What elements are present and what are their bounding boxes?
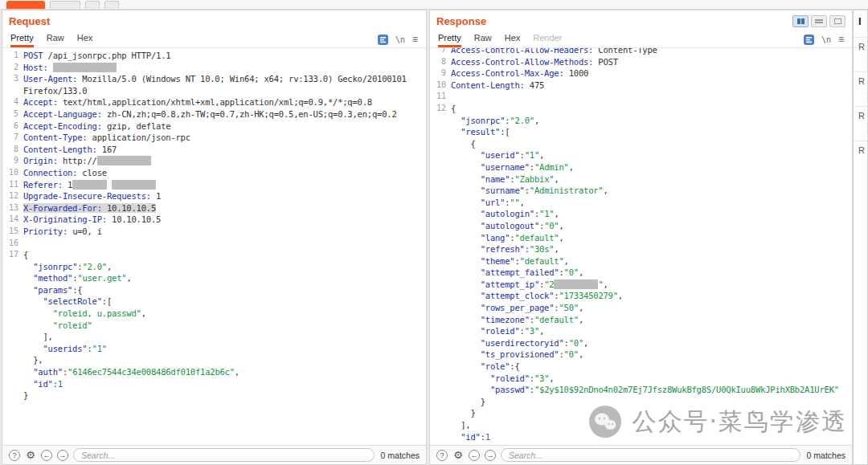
app-tab-active[interactable] (6, 1, 45, 9)
editor-menu-icon[interactable]: ≡ (412, 34, 418, 45)
code-line[interactable]: 3User-Agent: Mozilla/5.0 (Windows NT 10.… (2, 73, 426, 96)
code-line[interactable]: 12Upgrade-Insecure-Requests: 1 (2, 190, 426, 202)
code-line[interactable]: 9Access-Control-Max-Age: 1000 (430, 67, 852, 80)
code-line[interactable]: 17{ (2, 249, 426, 261)
code-line[interactable]: "roleid":"3", (430, 325, 852, 337)
code-line[interactable]: } (430, 396, 852, 408)
code-line[interactable]: 10Content-Length: 475 (430, 80, 852, 92)
response-search-input[interactable] (501, 448, 800, 462)
code-line[interactable]: }, (2, 354, 426, 366)
editor-menu-icon[interactable]: ≡ (838, 34, 844, 45)
response-editor[interactable]: 7Access-Control-Allow-Headers: Content-T… (430, 48, 852, 445)
code-line[interactable]: "surname":"Administrator", (430, 185, 852, 197)
code-line[interactable]: "selectRole":[ (2, 296, 426, 308)
previous-match-button[interactable]: ← (469, 450, 480, 461)
next-match-button[interactable]: → (485, 450, 496, 461)
code-line[interactable]: } (430, 407, 852, 419)
help-icon[interactable]: ? (9, 450, 20, 461)
code-line[interactable]: "autologin":"1", (430, 208, 852, 220)
code-line[interactable]: 8Content-Length: 167 (2, 144, 426, 156)
code-line[interactable]: 14X-Originating-IP: 10.10.10.5 (2, 214, 426, 226)
tab-pretty[interactable]: Pretty (10, 33, 34, 47)
syntax-highlight-icon[interactable] (804, 35, 814, 45)
code-line[interactable]: 6Accept-Encoding: gzip, deflate (2, 120, 426, 133)
inspector-section[interactable]: R (854, 37, 867, 71)
code-line[interactable]: ], (2, 331, 426, 343)
code-line[interactable]: "autologout":"0", (430, 220, 852, 232)
code-line[interactable]: "roleid" (2, 320, 426, 332)
code-line[interactable]: "rows_per_page":"50", (430, 302, 852, 314)
code-line[interactable]: "theme":"default", (430, 255, 852, 267)
code-line[interactable]: "jsonrpc":"2.0", (430, 115, 852, 127)
code-line[interactable]: "roleid":"3", (430, 373, 852, 385)
code-line[interactable]: 13X-Forwarded-For: 10.10.10.5 (2, 202, 426, 214)
syntax-highlight-icon[interactable] (378, 35, 388, 45)
request-editor[interactable]: 1POST /api_jsonrpc.php HTTP/1.12Host: 3U… (2, 48, 426, 445)
code-line[interactable]: "attempt_failed":"0", (430, 267, 852, 279)
code-line[interactable]: { (430, 138, 852, 150)
code-line[interactable]: "userdirectoryid":"0", (430, 337, 852, 349)
code-line[interactable]: 9Origin: http:// (2, 155, 426, 167)
code-line[interactable]: "roleid, u.passwd", (2, 308, 426, 320)
code-line[interactable]: 1POST /api_jsonrpc.php HTTP/1.1 (2, 50, 426, 62)
code-line[interactable]: "passwd":"$2y$10$92nDno4n02m7Ej7Jfsz8Wuk… (430, 384, 852, 396)
code-line[interactable]: 2Host: (2, 62, 426, 74)
code-line[interactable]: "userids":"1" (2, 343, 426, 355)
code-line[interactable]: } (430, 443, 852, 445)
code-line[interactable]: 15Priority: u=0, i (2, 226, 426, 238)
settings-gear-icon[interactable]: ⚙ (452, 450, 464, 461)
code-line[interactable]: 7Content-Type: application/json-rpc (2, 132, 426, 144)
tab-raw[interactable]: Raw (474, 33, 492, 47)
settings-gear-icon[interactable]: ⚙ (25, 450, 36, 461)
tab-hex[interactable]: Hex (77, 33, 93, 47)
code-line[interactable]: "method":"user.get", (2, 272, 426, 284)
code-line[interactable]: ], (430, 419, 852, 431)
code-line[interactable]: "timezone":"default", (430, 314, 852, 326)
code-line[interactable]: } (2, 390, 426, 402)
previous-match-button[interactable]: ← (41, 450, 52, 461)
request-search-input[interactable] (73, 448, 375, 462)
code-line[interactable]: "id":1 (430, 431, 852, 443)
code-line[interactable]: "name":"Zabbix", (430, 173, 852, 186)
code-line[interactable]: "role":{ (430, 361, 852, 373)
code-line[interactable]: "id":1 (2, 378, 426, 390)
code-line[interactable]: "ts_provisioned":"0", (430, 349, 852, 361)
code-line[interactable]: 16 (2, 238, 426, 250)
help-icon[interactable]: ? (436, 450, 448, 461)
app-tab[interactable] (104, 1, 119, 9)
inspector-section[interactable]: R (854, 71, 867, 106)
code-line[interactable]: 8Access-Control-Allow-Methods: POST (430, 56, 852, 68)
code-line[interactable]: "attempt_ip":"2 ", (430, 279, 852, 291)
show-newlines-icon[interactable]: \n (395, 35, 405, 44)
code-line[interactable]: 4Accept: text/html,application/xhtml+xml… (2, 96, 426, 108)
code-line[interactable]: "params":{ (2, 284, 426, 296)
inspector-section[interactable]: R (854, 106, 867, 141)
app-tab[interactable] (50, 1, 80, 9)
code-line[interactable]: "jsonrpc":"2.0", (2, 261, 426, 273)
code-line[interactable]: "refresh":"30s", (430, 243, 852, 255)
tab-render[interactable]: Render (533, 33, 562, 47)
code-line[interactable]: "url":"", (430, 197, 852, 209)
code-line[interactable]: 11Referer: 1 (2, 179, 426, 191)
tab-pretty[interactable]: Pretty (438, 33, 461, 47)
code-line[interactable]: 5Accept-Language: zh-CN,zh;q=0.8,zh-TW;q… (2, 108, 426, 120)
code-line[interactable]: "attempt_clock":"1733450279", (430, 290, 852, 302)
code-line[interactable]: "result":[ (430, 126, 852, 138)
code-line[interactable]: "userid":"1", (430, 149, 852, 161)
tab-raw[interactable]: Raw (47, 33, 64, 47)
code-line[interactable]: 11 (430, 91, 852, 103)
inspector-section[interactable]: R (854, 141, 867, 175)
tab-hex[interactable]: Hex (505, 33, 521, 47)
layout-columns-button[interactable] (792, 15, 809, 27)
code-line[interactable]: "lang":"default", (430, 232, 852, 244)
code-line[interactable]: "auth":"6146ec7544c34e008486df010f1a2b6c… (2, 366, 426, 378)
code-line[interactable]: 12{ (430, 103, 852, 115)
layout-single-button[interactable] (829, 15, 845, 27)
layout-rows-button[interactable] (811, 15, 827, 27)
code-line[interactable]: 7Access-Control-Allow-Headers: Content-T… (430, 48, 852, 56)
next-match-button[interactable]: → (57, 450, 68, 461)
code-line[interactable]: "username":"Admin", (430, 161, 852, 173)
code-line[interactable]: 10Connection: close (2, 167, 426, 179)
app-tab[interactable] (85, 1, 100, 9)
show-newlines-icon[interactable]: \n (821, 35, 831, 44)
